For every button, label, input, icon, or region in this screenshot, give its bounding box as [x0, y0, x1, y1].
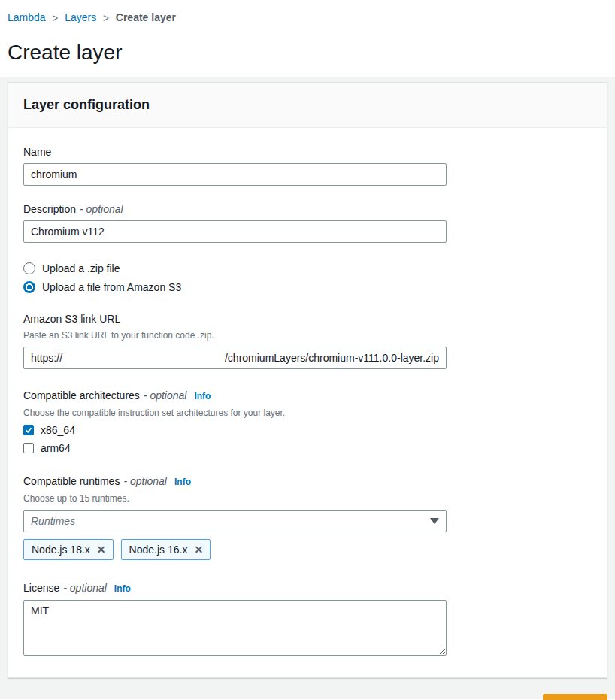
dismiss-icon[interactable]: ✕	[194, 544, 203, 555]
architectures-info-link[interactable]: Info	[194, 389, 211, 404]
runtime-token-nodejs18: Node.js 18.x ✕	[23, 539, 114, 560]
caret-down-icon	[430, 518, 439, 524]
description-label: Description	[23, 202, 76, 217]
content-area: Layer configuration Name Description - o…	[0, 77, 615, 699]
architectures-constraint: Choose the compatible instruction set ar…	[23, 407, 592, 419]
radio-unselected-icon[interactable]	[23, 262, 35, 274]
create-button[interactable]: Create	[543, 694, 607, 700]
name-input[interactable]	[23, 163, 447, 186]
radio-upload-s3[interactable]: Upload a file from Amazon S3	[23, 281, 592, 293]
layer-configuration-panel: Layer configuration Name Description - o…	[8, 82, 607, 678]
chevron-right-icon: >	[103, 11, 109, 23]
checkbox-checked-icon[interactable]	[23, 425, 34, 435]
runtimes-optional-suffix: - optional	[123, 474, 167, 489]
chevron-right-icon: >	[53, 11, 59, 23]
page-header: Lambda > Layers > Create layer Create la…	[0, 0, 615, 77]
page-title: Create layer	[8, 39, 607, 66]
checkbox-x86-64-label: x86_64	[41, 424, 75, 436]
runtimes-field-group: Compatible runtimes - optional Info Choo…	[23, 474, 592, 560]
license-textarea[interactable]: MIT	[23, 600, 447, 656]
breadcrumb: Lambda > Layers > Create layer	[8, 11, 607, 23]
checkmark-icon	[24, 426, 33, 435]
description-input[interactable]	[23, 220, 447, 243]
runtime-token-label: Node.js 18.x	[32, 544, 90, 556]
name-field-group: Name	[23, 144, 592, 186]
checkbox-unchecked-icon[interactable]	[23, 443, 34, 453]
radio-selected-icon[interactable]	[23, 281, 35, 293]
runtimes-select-placeholder: Runtimes	[31, 515, 75, 527]
license-field-group: License - optional Info MIT	[23, 580, 592, 658]
form-actions: Cancel Create	[8, 678, 607, 700]
runtime-token-list: Node.js 18.x ✕ Node.js 16.x ✕	[23, 539, 592, 560]
checkbox-arm64[interactable]: arm64	[23, 442, 592, 454]
description-optional-suffix: - optional	[80, 202, 123, 217]
runtimes-info-link[interactable]: Info	[174, 474, 191, 489]
panel-header: Layer configuration	[8, 83, 607, 128]
panel-title: Layer configuration	[23, 97, 592, 113]
runtime-token-label: Node.js 16.x	[129, 544, 188, 556]
breadcrumb-current: Create layer	[116, 11, 176, 23]
runtimes-constraint: Choose up to 15 runtimes.	[23, 492, 592, 505]
license-info-link[interactable]: Info	[114, 581, 131, 596]
breadcrumb-link-layers[interactable]: Layers	[65, 11, 96, 23]
radio-upload-s3-label: Upload a file from Amazon S3	[42, 281, 181, 293]
dismiss-icon[interactable]: ✕	[97, 544, 106, 555]
checkbox-arm64-label: arm64	[41, 442, 71, 454]
s3-url-field-group: Amazon S3 link URL Paste an S3 link URL …	[23, 311, 592, 369]
radio-upload-zip[interactable]: Upload a .zip file	[23, 262, 592, 274]
s3-url-prefix: https://	[31, 352, 62, 364]
s3-url-input[interactable]: https:// /chromiumLayers/chromium-v111.0…	[23, 347, 447, 369]
s3-url-label: Amazon S3 link URL	[23, 311, 120, 326]
s3-url-suffix: /chromiumLayers/chromium-v111.0.0-layer.…	[225, 352, 439, 364]
checkbox-x86-64[interactable]: x86_64	[23, 424, 592, 436]
radio-upload-zip-label: Upload a .zip file	[42, 262, 120, 274]
s3-url-constraint: Paste an S3 link URL to your function co…	[23, 329, 592, 341]
license-label: License	[23, 580, 59, 595]
runtimes-label: Compatible runtimes	[23, 474, 120, 489]
runtimes-select[interactable]: Runtimes	[23, 510, 447, 532]
architectures-optional-suffix: - optional	[144, 388, 187, 403]
breadcrumb-link-lambda[interactable]: Lambda	[8, 11, 46, 23]
name-label: Name	[23, 144, 51, 159]
description-field-group: Description - optional	[23, 202, 592, 243]
license-optional-suffix: - optional	[63, 580, 107, 595]
runtime-token-nodejs16: Node.js 16.x ✕	[121, 539, 211, 560]
upload-source-radio-group: Upload a .zip file Upload a file from Am…	[23, 262, 592, 293]
architectures-field-group: Compatible architectures - optional Info…	[23, 388, 592, 454]
panel-body: Name Description - optional Upload a .zi…	[8, 128, 607, 677]
architectures-label: Compatible architectures	[23, 388, 140, 403]
